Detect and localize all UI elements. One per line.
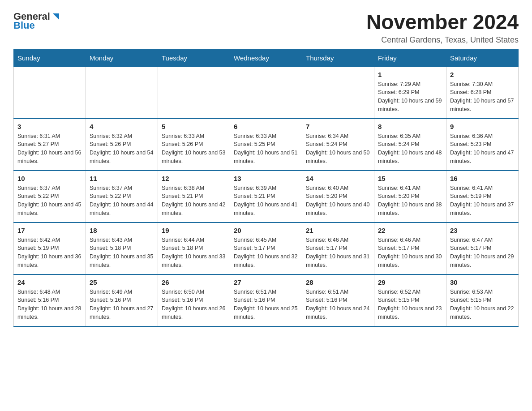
weekday-header-friday: Friday	[374, 49, 446, 67]
day-number: 10	[17, 175, 82, 182]
calendar-day-cell: 9Sunrise: 6:36 AMSunset: 5:23 PMDaylight…	[446, 119, 519, 171]
calendar-day-cell: 30Sunrise: 6:53 AMSunset: 5:15 PMDayligh…	[446, 274, 519, 326]
day-number: 13	[234, 175, 298, 182]
calendar-week-row: 1Sunrise: 7:29 AMSunset: 6:29 PMDaylight…	[14, 67, 519, 119]
calendar-day-cell: 27Sunrise: 6:51 AMSunset: 5:16 PMDayligh…	[230, 274, 302, 326]
weekday-header-wednesday: Wednesday	[230, 49, 302, 67]
day-info: Sunrise: 7:30 AMSunset: 6:28 PMDaylight:…	[450, 80, 515, 114]
day-number: 28	[306, 278, 370, 286]
day-number: 6	[234, 123, 298, 130]
calendar-day-cell	[86, 67, 158, 119]
calendar-day-cell: 3Sunrise: 6:31 AMSunset: 5:27 PMDaylight…	[14, 119, 86, 171]
day-info: Sunrise: 6:40 AMSunset: 5:20 PMDaylight:…	[306, 184, 370, 218]
calendar-day-cell	[158, 67, 230, 119]
day-info: Sunrise: 6:39 AMSunset: 5:21 PMDaylight:…	[234, 184, 298, 218]
day-info: Sunrise: 6:51 AMSunset: 5:16 PMDaylight:…	[306, 288, 370, 321]
day-info: Sunrise: 6:35 AMSunset: 5:24 PMDaylight:…	[378, 132, 442, 166]
day-info: Sunrise: 6:49 AMSunset: 5:16 PMDaylight:…	[90, 288, 154, 321]
day-number: 19	[162, 227, 226, 234]
calendar-day-cell: 6Sunrise: 6:33 AMSunset: 5:25 PMDaylight…	[230, 119, 302, 171]
day-number: 22	[378, 227, 442, 234]
calendar-day-cell: 2Sunrise: 7:30 AMSunset: 6:28 PMDaylight…	[446, 67, 519, 119]
calendar-week-row: 17Sunrise: 6:42 AMSunset: 5:19 PMDayligh…	[14, 223, 519, 274]
weekday-header-tuesday: Tuesday	[158, 49, 230, 67]
day-info: Sunrise: 6:52 AMSunset: 5:15 PMDaylight:…	[378, 288, 442, 321]
calendar-week-row: 3Sunrise: 6:31 AMSunset: 5:27 PMDaylight…	[14, 119, 519, 171]
calendar-day-cell: 15Sunrise: 6:41 AMSunset: 5:20 PMDayligh…	[374, 171, 446, 223]
day-info: Sunrise: 6:33 AMSunset: 5:26 PMDaylight:…	[162, 132, 226, 166]
day-number: 24	[17, 278, 82, 286]
day-number: 25	[90, 278, 154, 286]
calendar-day-cell: 4Sunrise: 6:32 AMSunset: 5:26 PMDaylight…	[86, 119, 158, 171]
day-number: 26	[162, 278, 226, 286]
day-number: 23	[450, 227, 515, 234]
calendar-day-cell: 7Sunrise: 6:34 AMSunset: 5:24 PMDaylight…	[302, 119, 374, 171]
day-info: Sunrise: 6:45 AMSunset: 5:17 PMDaylight:…	[234, 236, 298, 270]
day-number: 30	[450, 278, 515, 286]
calendar-day-cell: 24Sunrise: 6:48 AMSunset: 5:16 PMDayligh…	[14, 274, 86, 326]
day-info: Sunrise: 6:32 AMSunset: 5:26 PMDaylight:…	[90, 132, 154, 166]
calendar-day-cell: 5Sunrise: 6:33 AMSunset: 5:26 PMDaylight…	[158, 119, 230, 171]
calendar-day-cell: 21Sunrise: 6:46 AMSunset: 5:17 PMDayligh…	[302, 223, 374, 274]
svg-marker-0	[53, 13, 59, 20]
day-info: Sunrise: 6:33 AMSunset: 5:25 PMDaylight:…	[234, 132, 298, 166]
day-info: Sunrise: 6:34 AMSunset: 5:24 PMDaylight:…	[306, 132, 370, 166]
day-number: 14	[306, 175, 370, 182]
day-number: 7	[306, 123, 370, 130]
day-number: 5	[162, 123, 226, 130]
calendar-day-cell: 11Sunrise: 6:37 AMSunset: 5:22 PMDayligh…	[86, 171, 158, 223]
calendar-day-cell: 8Sunrise: 6:35 AMSunset: 5:24 PMDaylight…	[374, 119, 446, 171]
page-header: General Blue November 2024 Central Garde…	[13, 11, 519, 45]
calendar-day-cell: 23Sunrise: 6:47 AMSunset: 5:17 PMDayligh…	[446, 223, 519, 274]
day-info: Sunrise: 6:43 AMSunset: 5:18 PMDaylight:…	[90, 236, 154, 270]
day-number: 15	[378, 175, 442, 182]
day-number: 16	[450, 175, 515, 182]
calendar-day-cell: 1Sunrise: 7:29 AMSunset: 6:29 PMDaylight…	[374, 67, 446, 119]
calendar-day-cell: 25Sunrise: 6:49 AMSunset: 5:16 PMDayligh…	[86, 274, 158, 326]
calendar-day-cell: 19Sunrise: 6:44 AMSunset: 5:18 PMDayligh…	[158, 223, 230, 274]
day-info: Sunrise: 6:37 AMSunset: 5:22 PMDaylight:…	[17, 184, 82, 218]
day-info: Sunrise: 6:46 AMSunset: 5:17 PMDaylight:…	[306, 236, 370, 270]
day-number: 27	[234, 278, 298, 286]
calendar-day-cell: 12Sunrise: 6:38 AMSunset: 5:21 PMDayligh…	[158, 171, 230, 223]
calendar-day-cell	[302, 67, 374, 119]
logo: General Blue	[13, 11, 61, 31]
month-title: November 2024	[366, 11, 519, 34]
calendar-day-cell: 20Sunrise: 6:45 AMSunset: 5:17 PMDayligh…	[230, 223, 302, 274]
day-info: Sunrise: 6:36 AMSunset: 5:23 PMDaylight:…	[450, 132, 515, 166]
day-number: 29	[378, 278, 442, 286]
weekday-header-monday: Monday	[86, 49, 158, 67]
day-info: Sunrise: 6:47 AMSunset: 5:17 PMDaylight:…	[450, 236, 515, 270]
calendar-day-cell: 14Sunrise: 6:40 AMSunset: 5:20 PMDayligh…	[302, 171, 374, 223]
day-info: Sunrise: 6:51 AMSunset: 5:16 PMDaylight:…	[234, 288, 298, 321]
day-info: Sunrise: 6:48 AMSunset: 5:16 PMDaylight:…	[17, 288, 82, 321]
calendar-day-cell: 26Sunrise: 6:50 AMSunset: 5:16 PMDayligh…	[158, 274, 230, 326]
day-info: Sunrise: 6:41 AMSunset: 5:19 PMDaylight:…	[450, 184, 515, 218]
weekday-header-saturday: Saturday	[446, 49, 519, 67]
day-info: Sunrise: 6:46 AMSunset: 5:17 PMDaylight:…	[378, 236, 442, 270]
calendar-day-cell	[14, 67, 86, 119]
logo-triangle-icon	[51, 12, 61, 21]
day-info: Sunrise: 6:44 AMSunset: 5:18 PMDaylight:…	[162, 236, 226, 270]
day-info: Sunrise: 6:41 AMSunset: 5:20 PMDaylight:…	[378, 184, 442, 218]
calendar-day-cell: 22Sunrise: 6:46 AMSunset: 5:17 PMDayligh…	[374, 223, 446, 274]
day-number: 9	[450, 123, 515, 130]
calendar-table: SundayMondayTuesdayWednesdayThursdayFrid…	[13, 49, 519, 327]
calendar-week-row: 24Sunrise: 6:48 AMSunset: 5:16 PMDayligh…	[14, 274, 519, 326]
day-number: 20	[234, 227, 298, 234]
calendar-day-cell: 28Sunrise: 6:51 AMSunset: 5:16 PMDayligh…	[302, 274, 374, 326]
calendar-day-cell: 13Sunrise: 6:39 AMSunset: 5:21 PMDayligh…	[230, 171, 302, 223]
day-info: Sunrise: 7:29 AMSunset: 6:29 PMDaylight:…	[378, 80, 442, 114]
day-number: 4	[90, 123, 154, 130]
calendar-day-cell: 29Sunrise: 6:52 AMSunset: 5:15 PMDayligh…	[374, 274, 446, 326]
day-info: Sunrise: 6:50 AMSunset: 5:16 PMDaylight:…	[162, 288, 226, 321]
day-number: 12	[162, 175, 226, 182]
logo-text-blue: Blue	[13, 20, 35, 31]
calendar-day-cell: 10Sunrise: 6:37 AMSunset: 5:22 PMDayligh…	[14, 171, 86, 223]
day-number: 2	[450, 71, 515, 78]
day-info: Sunrise: 6:38 AMSunset: 5:21 PMDaylight:…	[162, 184, 226, 218]
day-number: 17	[17, 227, 82, 234]
weekday-header-thursday: Thursday	[302, 49, 374, 67]
calendar-day-cell	[230, 67, 302, 119]
day-number: 3	[17, 123, 82, 130]
